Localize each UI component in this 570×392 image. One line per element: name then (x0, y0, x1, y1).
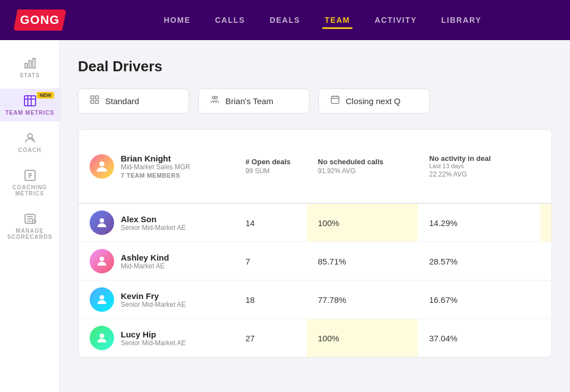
nav-calls[interactable]: CALLS (213, 11, 247, 29)
avatar (90, 287, 114, 312)
grid-icon (90, 95, 100, 107)
table-row: Lucy Hip Senior Mid-Market AE 27100%37.0… (78, 319, 552, 357)
manager-header-row: Brian Knight Mid-Market Sales MGR 7 TEAM… (78, 130, 552, 204)
filter-row: Standard Brian's Team Closing next Q (78, 89, 552, 114)
top-nav: GONG HOME CALLS DEALS TEAM ACTIVITY LIBR… (0, 0, 570, 40)
header-open-deals: # Open deals 99 SUM (245, 158, 318, 175)
open-deals-cell: 27 (234, 319, 307, 357)
no-act-cell: 16.67% (418, 281, 540, 318)
person-role: Senior Mid-Market AE (121, 301, 186, 308)
no-act-cell: 28.57% (418, 242, 540, 280)
nav-library[interactable]: LIBRARY (439, 11, 484, 29)
open-deals-cell: 7 (234, 242, 307, 280)
person-role: Mid-Market AE (121, 262, 169, 270)
svg-rect-3 (24, 96, 36, 106)
header-no-sched-val: 91.92% AVG (318, 167, 429, 175)
coach-icon (23, 131, 37, 145)
no-resp-cell: 16.67% (540, 281, 552, 318)
svg-point-24 (100, 295, 104, 300)
avatar (90, 326, 114, 350)
avatar-icon (95, 331, 109, 345)
nav-home[interactable]: HOME (161, 11, 193, 29)
manage-scorecards-icon (23, 212, 37, 226)
svg-point-16 (215, 96, 218, 99)
team-metrics-icon (23, 94, 37, 107)
person-details: Alex Son Senior Mid-Market AE (121, 214, 186, 232)
no-resp-cell: 14.29% (540, 242, 552, 280)
calendar-icon (330, 95, 340, 107)
svg-rect-11 (91, 96, 94, 99)
no-sched-cell: 100% (307, 319, 418, 357)
table-row: Alex Son Senior Mid-Market AE 14100%14.2… (78, 204, 552, 242)
sidebar: STATS NEW TEAM METRICS COACH COACHING ME… (0, 40, 60, 392)
header-no-sched: No scheduled calls 91.92% AVG (318, 158, 429, 175)
logo: GONG (13, 9, 66, 31)
header-open-deals-label: # Open deals (245, 158, 318, 166)
page-title: Deal Drivers (78, 58, 552, 75)
manager-details: Brian Knight Mid-Market Sales MGR 7 TEAM… (121, 154, 190, 179)
no-resp-cell: 21.43% (540, 204, 552, 242)
no-sched-cell: 100% (307, 204, 418, 242)
sidebar-item-coach[interactable]: COACH (0, 126, 60, 159)
svg-point-7 (28, 134, 32, 138)
no-act-cell: 14.29% (418, 204, 540, 242)
person-info: Lucy Hip Senior Mid-Market AE (90, 326, 186, 350)
sidebar-team-metrics-label: TEAM METRICS (5, 110, 54, 116)
sidebar-stats-label: STATS (19, 72, 40, 79)
person-details: Kevin Fry Senior Mid-Market AE (121, 291, 186, 308)
person-details: Ashley Kind Mid-Market AE (121, 253, 169, 270)
sidebar-item-manage-scorecards[interactable]: MANAGE SCORECARDS (0, 207, 60, 246)
filter-closing[interactable]: Closing next Q (318, 89, 430, 114)
svg-point-22 (100, 218, 104, 223)
manager-avatar-icon (94, 159, 110, 174)
header-no-sched-label: No scheduled calls (318, 158, 429, 166)
no-resp-cell: 3.7% (540, 319, 552, 357)
sidebar-item-stats[interactable]: STATS (0, 51, 60, 84)
avatar-icon (95, 293, 109, 306)
svg-rect-13 (91, 101, 94, 104)
new-badge: NEW (37, 92, 54, 99)
svg-point-21 (99, 161, 104, 166)
table-row: Kevin Fry Senior Mid-Market AE 1877.78%1… (78, 281, 552, 319)
person-details: Lucy Hip Senior Mid-Market AE (121, 330, 186, 347)
table-row: Ashley Kind Mid-Market AE 785.71%28.57%1… (78, 242, 552, 281)
person-info: Kevin Fry Senior Mid-Market AE (90, 287, 186, 312)
sidebar-coach-label: COACH (18, 147, 42, 153)
nav-activity[interactable]: ACTIVITY (372, 11, 419, 29)
header-no-act-sub: Last 13 days (429, 163, 552, 169)
no-sched-cell: 85.71% (307, 242, 418, 280)
nav-team[interactable]: TEAM (322, 11, 352, 29)
stats-icon (23, 57, 37, 70)
avatar (90, 210, 114, 235)
deal-table: Brian Knight Mid-Market Sales MGR 7 TEAM… (78, 129, 552, 357)
svg-rect-12 (96, 96, 99, 99)
sidebar-item-team-metrics[interactable]: NEW TEAM METRICS (0, 89, 60, 121)
nav-deals[interactable]: DEALS (267, 11, 302, 29)
header-no-resp: No response from co Min. 13 days 11.11% … (552, 139, 552, 194)
person-info: Ashley Kind Mid-Market AE (90, 249, 169, 273)
person-cell: Ashley Kind Mid-Market AE (78, 242, 234, 280)
people-icon (210, 95, 220, 107)
manager-avatar (90, 154, 114, 179)
open-deals-cell: 14 (234, 204, 307, 242)
filter-team[interactable]: Brian's Team (198, 89, 309, 114)
person-name: Ashley Kind (121, 253, 169, 262)
svg-point-10 (32, 220, 36, 223)
manager-role: Mid-Market Sales MGR (121, 163, 190, 171)
avatar (90, 249, 114, 273)
svg-rect-2 (33, 58, 35, 68)
person-name: Kevin Fry (121, 291, 186, 301)
svg-rect-17 (331, 96, 339, 104)
person-cell: Alex Son Senior Mid-Market AE (78, 204, 234, 242)
open-deals-cell: 18 (234, 281, 307, 318)
person-role: Senior Mid-Market AE (121, 224, 186, 232)
main-content: Deal Drivers Standard Brian's Team (60, 40, 570, 392)
person-name: Alex Son (121, 214, 186, 224)
filter-standard[interactable]: Standard (78, 89, 189, 114)
sidebar-item-coaching-metrics[interactable]: COACHING METRICS (0, 163, 60, 202)
team-members-count: 7 TEAM MEMBERS (121, 172, 190, 179)
no-sched-cell: 77.78% (307, 281, 418, 318)
svg-point-25 (100, 334, 104, 338)
header-no-resp-sub: Min. 13 days (552, 164, 552, 177)
svg-rect-14 (96, 101, 99, 104)
